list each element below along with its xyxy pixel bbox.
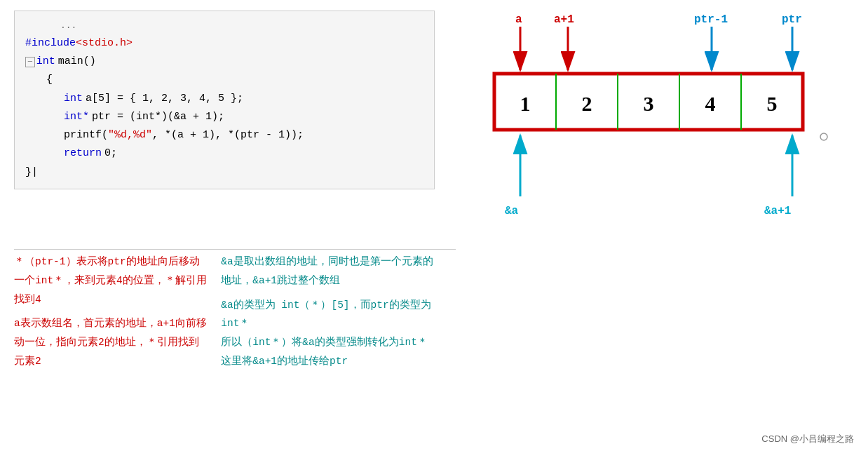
kw-int-ptr: int* [64, 108, 89, 126]
label-a-plus-1: a+1 [554, 13, 574, 26]
label-ptr: ptr [782, 13, 802, 26]
code-block: ... #include<stdio.h> − int main() { int… [14, 11, 435, 189]
divider-line [14, 249, 456, 250]
code-line-printf: printf("%d,%d", *(a + 1), *(ptr - 1)); [64, 126, 423, 144]
kw-return: return [64, 144, 102, 163]
kw-int-main: int [36, 53, 55, 71]
explanation-left: ＊（ptr-1）表示将ptr的地址向后移动一个int＊，来到元素4的位置，＊解引… [14, 253, 207, 371]
explanation-right: &a是取出数组的地址，同时也是第一个元素的地址，&a+1跳过整个数组 &a的类型… [221, 253, 435, 371]
diagram-area: a a+1 ptr-1 ptr 1 2 [477, 7, 841, 260]
exp-left-p2: a表示数组名，首元素的地址，a+1向前移动一位，指向元素2的地址，＊引用找到元素… [14, 314, 207, 370]
code-line-brace-close: }| [25, 163, 423, 182]
printf-fmt: "%d,%d" [108, 126, 152, 144]
code-line-arr: int a[5] = { 1, 2, 3, 4, 5 }; [64, 90, 423, 108]
exp-right-p4: 这里将&a+1的地址传给ptr [221, 352, 435, 371]
exp-left-p1: ＊（ptr-1）表示将ptr的地址向后移动一个int＊，来到元素4的位置，＊解引… [14, 253, 207, 309]
explanation-area: ＊（ptr-1）表示将ptr的地址向后移动一个int＊，来到元素4的位置，＊解引… [14, 253, 435, 371]
brace-open: { [46, 71, 53, 89]
return-val: 0; [104, 144, 117, 163]
code-line-main: − int main() [25, 53, 423, 71]
label-addr-a-plus-1: &a+1 [764, 205, 791, 217]
cell-2: 2 [582, 92, 592, 115]
code-area: ... #include<stdio.h> − int main() { int… [14, 11, 435, 189]
label-addr-a: &a [505, 205, 519, 217]
kw-int-arr: int [64, 90, 83, 108]
code-dots: ... [60, 18, 423, 34]
scroll-indicator [820, 133, 827, 140]
page: ... #include<stdio.h> − int main() { int… [0, 0, 868, 451]
cell-1: 1 [520, 92, 531, 115]
ptr-decl: ptr = (int*)(&a + 1); [92, 108, 224, 126]
brace-close: }| [25, 163, 38, 182]
main-func: main() [58, 53, 96, 71]
printf-args: , *(a + 1), *(ptr - 1)); [152, 126, 304, 144]
minus-icon: − [25, 57, 35, 67]
include-file: <stdio.h> [76, 34, 133, 53]
cell-5: 5 [767, 92, 778, 115]
cell-3: 3 [644, 92, 654, 115]
exp-right-p1: &a是取出数组的地址，同时也是第一个元素的地址，&a+1跳过整个数组 [221, 253, 435, 290]
code-line-brace-open: { [46, 71, 423, 89]
exp-right-p2: &a的类型为 int（＊）[5]，而ptr的类型为int＊ [221, 296, 435, 334]
cell-4: 4 [705, 92, 716, 115]
diagram-svg: a a+1 ptr-1 ptr 1 2 [477, 7, 841, 260]
include-hash: #include [25, 34, 76, 53]
footer-text: CSDN @小吕编程之路 [761, 433, 854, 445]
code-line-ptr: int* ptr = (int*)(&a + 1); [64, 108, 423, 126]
printf-call: printf( [64, 126, 108, 144]
label-a: a [515, 13, 522, 26]
arr-decl: a[5] = { 1, 2, 3, 4, 5 }; [86, 90, 243, 108]
exp-right-p3: 所以（int＊）将&a的类型强制转化为int＊ [221, 333, 435, 352]
code-line-include: #include<stdio.h> [25, 34, 423, 53]
code-line-return: return 0; [64, 144, 423, 163]
label-ptr-minus-1: ptr-1 [694, 13, 728, 26]
